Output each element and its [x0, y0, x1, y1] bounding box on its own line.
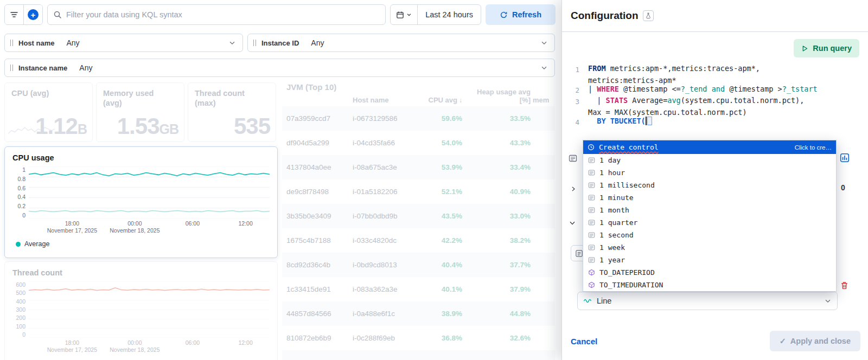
clock-icon: [588, 144, 595, 151]
metric-title: Memory used (avg): [103, 88, 164, 108]
table-row: 44857d84566i-0a488e6f1c38.9%44.8%: [282, 301, 555, 326]
y-axis-labels: 6005004003002001000: [12, 281, 29, 338]
function-icon: [588, 269, 596, 276]
chevron-down-icon: [540, 39, 548, 47]
suggestion-item[interactable]: TO_DATEPERIOD: [583, 266, 836, 279]
control-host-name[interactable]: Host name Any: [4, 34, 243, 52]
table-row: 810872eb6b9i-0c288f69eb36.8%32.6%: [282, 326, 555, 350]
flyout-title: Configuration: [571, 10, 639, 22]
jvm-table-header: JVM (Top 10) Host name CPU avg↓ Heap usa…: [282, 82, 555, 106]
table-row: df904d5a299i-04cd35fa6654.0%43.3%: [282, 131, 555, 155]
control-label: Instance name: [18, 64, 67, 72]
chart-legend[interactable]: Average: [16, 240, 270, 248]
suggestion-item[interactable]: 1 quarter: [583, 216, 836, 229]
cpu-usage-panel: CPU usage 10.80.60.40.20 18:00November 1…: [4, 146, 278, 258]
control-value: Any: [311, 38, 534, 47]
refresh-button[interactable]: Refresh: [486, 4, 556, 25]
line-chart-icon: [583, 297, 592, 305]
column-host-name[interactable]: Host name: [353, 96, 413, 104]
control-label: Instance ID: [261, 39, 299, 47]
table-row: 07a3959ccd7i-067312958659.6%33.5%: [282, 106, 555, 131]
column-cpu-avg[interactable]: CPU avg↓: [416, 96, 462, 104]
metric-value: 1.12B: [35, 113, 87, 139]
search-icon: [53, 10, 62, 19]
flyout-divider: [562, 31, 868, 32]
sort-desc-icon: ↓: [459, 97, 462, 104]
truncated-value: 0: [841, 183, 845, 192]
control-instance-id[interactable]: Instance ID Any: [247, 34, 555, 52]
suggestion-list: 1 day1 hour1 millisecond1 minute1 month1…: [583, 154, 836, 291]
suggestion-item[interactable]: 1 millisecond: [583, 179, 836, 191]
check-icon: ✓: [780, 337, 786, 345]
suggestion-item[interactable]: 1 minute: [583, 191, 836, 204]
drag-handle-icon: [10, 40, 13, 46]
apply-and-close-button[interactable]: ✓ Apply and close: [770, 331, 860, 351]
function-icon: [588, 281, 596, 288]
table-row: 3b35b0e3409i-07bb0dbd9b43.5%33.0%: [282, 204, 555, 228]
esql-editor[interactable]: 1FROM metrics:apm-*,metrics:traces-apm*,…: [570, 64, 864, 128]
legend-dot-icon: [16, 242, 21, 247]
section-collapse-chevron-icon[interactable]: [569, 219, 576, 227]
chevron-down-icon: [540, 64, 548, 72]
chevron-down-icon: [406, 12, 412, 17]
section-expand-chevron-icon[interactable]: [570, 185, 577, 192]
field-icon: [588, 182, 596, 189]
field-icon: [588, 256, 596, 263]
field-icon: [588, 169, 596, 176]
suggestion-item[interactable]: 1 month: [583, 204, 836, 216]
x-axis-labels: 18:00November 17, 202500:00November 18, …: [29, 338, 270, 354]
metric-card-cpu-avg: CPU (avg) 1.12B: [4, 82, 93, 142]
refresh-icon: [500, 11, 508, 19]
kql-search-input[interactable]: [66, 10, 380, 19]
chart-settings-icon[interactable]: [840, 153, 850, 163]
x-axis-labels: 18:00November 17, 202500:00November 18, …: [29, 218, 270, 235]
column-mem[interactable]: mem: [533, 96, 551, 104]
suggestion-item[interactable]: TO_TIMEDURATION: [583, 279, 836, 291]
configuration-flyout: Configuration Run query 1FROM metrics:ap…: [561, 0, 868, 360]
add-filter-button[interactable]: [5, 5, 23, 24]
suggestion-item[interactable]: 1 hour: [583, 166, 836, 179]
field-icon: [588, 219, 596, 226]
jvm-table-panel: JVM (Top 10) Host name CPU avg↓ Heap usa…: [282, 82, 555, 360]
chart-type-select[interactable]: Line: [577, 292, 838, 310]
cancel-button[interactable]: Cancel: [571, 337, 597, 346]
suggestion-item[interactable]: 1 day: [583, 154, 836, 166]
chevron-down-icon: [824, 297, 832, 305]
suggestion-item[interactable]: 1 year: [583, 254, 836, 266]
table-row: f7ef1e8d9b28i-0611b5662633.8%33.3%: [282, 350, 555, 360]
metric-title: CPU (avg): [11, 88, 72, 98]
tech-preview-badge[interactable]: [643, 10, 654, 21]
control-value: Any: [66, 38, 222, 47]
chevron-down-icon: [228, 39, 236, 47]
drag-handle-icon: [10, 65, 13, 71]
flyout-header: Configuration: [571, 10, 654, 22]
suggestion-create-control[interactable]: Create control Click to cre…: [583, 140, 836, 154]
chart-plot-area: [29, 281, 270, 338]
calendar-icon: [396, 11, 404, 19]
add-panel-button[interactable]: +: [24, 5, 42, 24]
trash-icon[interactable]: [840, 281, 849, 290]
run-query-button[interactable]: Run query: [794, 39, 859, 57]
metric-value: 535: [234, 113, 270, 139]
suggestion-item[interactable]: 1 week: [583, 241, 836, 254]
suggestion-item[interactable]: 1 second: [583, 229, 836, 241]
calendar-dropdown-button[interactable]: [391, 5, 417, 24]
cpu-usage-chart: 10.80.60.40.20: [12, 166, 270, 218]
table-row: 1c33415de91i-083a362a3e40.1%37.9%: [282, 277, 555, 301]
field-icon: [588, 157, 596, 164]
editor-docs-icon[interactable]: [569, 154, 577, 163]
beaker-icon: [645, 12, 652, 19]
date-picker-group: Last 24 hours: [390, 4, 481, 25]
table-title: JVM (Top 10): [286, 82, 350, 92]
time-range-button[interactable]: Last 24 hours: [418, 10, 481, 19]
filter-button-group: +: [4, 4, 43, 25]
panel-title: Thread count: [12, 268, 270, 277]
legend-label: Average: [24, 240, 49, 248]
y-axis-labels: 10.80.60.40.20: [12, 166, 29, 218]
control-instance-name[interactable]: Instance name Any: [4, 59, 555, 77]
column-heap-usage[interactable]: Heap usage avg [%]: [464, 88, 531, 104]
plus-icon: +: [28, 9, 39, 20]
table-row: 4137804a0eei-08a675ac3e53.9%33.4%: [282, 155, 555, 179]
field-icon: [588, 194, 596, 201]
thread-count-panel: Thread count 6005004003002001000 18:00No…: [4, 261, 278, 360]
